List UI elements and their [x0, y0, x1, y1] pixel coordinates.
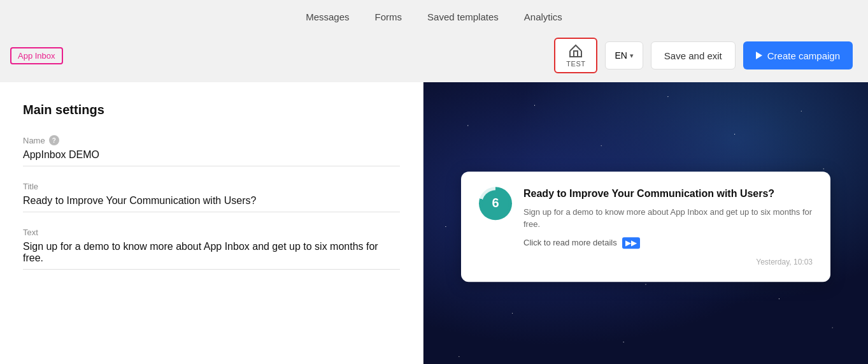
text-value[interactable]: Sign up for a demo to know more about Ap…: [23, 241, 400, 270]
preview-timestamp: Yesterday, 10:03: [479, 258, 813, 266]
chevron-down-icon: ▾: [630, 52, 634, 60]
field-title-label: Title: [23, 182, 400, 191]
main-content: Main settings Name ? AppInbox DEMO Title…: [0, 82, 868, 364]
field-text-label: Text: [23, 228, 400, 237]
field-title-group: Title Ready to Improve Your Communicatio…: [23, 182, 400, 212]
name-label-text: Name: [23, 136, 45, 145]
top-nav: Messages Forms Saved templates Analytics: [0, 0, 868, 31]
test-label: TEST: [566, 60, 585, 68]
nav-analytics[interactable]: Analytics: [524, 9, 562, 25]
name-help-icon[interactable]: ?: [49, 135, 59, 145]
create-campaign-button[interactable]: Create campaign: [743, 41, 853, 69]
play-icon: [756, 52, 762, 59]
create-campaign-label: Create campaign: [767, 50, 840, 61]
preview-body: Sign up for a demo to know more about Ap…: [523, 206, 813, 231]
test-button[interactable]: TEST: [554, 38, 597, 73]
name-value[interactable]: AppInbox DEMO: [23, 149, 400, 166]
title-value[interactable]: Ready to Improve Your Communication with…: [23, 195, 400, 212]
title-label-text: Title: [23, 182, 38, 191]
right-panel-preview: 6 Ready to Improve Your Communication wi…: [423, 82, 868, 364]
preview-card: 6 Ready to Improve Your Communication wi…: [461, 171, 830, 282]
cta-text: Click to read more details: [523, 238, 617, 248]
nav-forms[interactable]: Forms: [375, 9, 402, 25]
section-title: Main settings: [23, 103, 400, 117]
preview-badge: 6: [479, 187, 512, 220]
preview-cta[interactable]: Click to read more details ▶▶: [523, 237, 813, 249]
preview-badge-number: 6: [482, 190, 509, 217]
field-name-group: Name ? AppInbox DEMO: [23, 135, 400, 166]
text-label-text: Text: [23, 228, 38, 237]
header-bar: App Inbox TEST EN ▾ Save and exit Create…: [0, 31, 868, 82]
nav-messages[interactable]: Messages: [306, 9, 349, 25]
left-panel: Main settings Name ? AppInbox DEMO Title…: [0, 82, 423, 364]
house-icon: [568, 43, 583, 59]
app-inbox-badge: App Inbox: [10, 47, 63, 64]
preview-text-content: Ready to Improve Your Communication with…: [523, 187, 813, 249]
nav-saved-templates[interactable]: Saved templates: [427, 9, 499, 25]
lang-label: EN: [615, 50, 627, 61]
language-selector[interactable]: EN ▾: [605, 41, 643, 69]
preview-title: Ready to Improve Your Communication with…: [523, 187, 813, 201]
save-exit-button[interactable]: Save and exit: [651, 41, 736, 69]
cta-arrow-icon: ▶▶: [622, 237, 640, 249]
field-text-group: Text Sign up for a demo to know more abo…: [23, 228, 400, 270]
field-name-label: Name ?: [23, 135, 400, 145]
preview-top: 6 Ready to Improve Your Communication wi…: [479, 187, 813, 249]
